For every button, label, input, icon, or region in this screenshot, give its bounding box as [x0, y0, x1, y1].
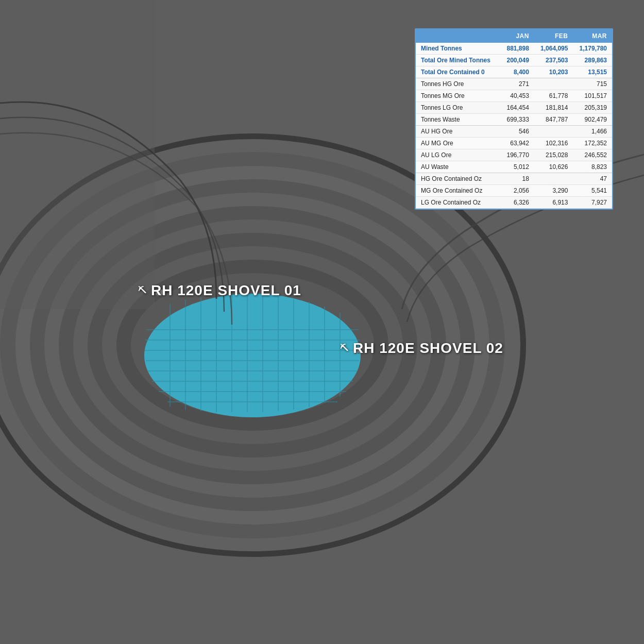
row-jan: 164,454 [501, 102, 534, 114]
row-label: AU LG Ore [416, 149, 501, 161]
table-row: AU Waste5,01210,6268,823 [416, 161, 612, 173]
table-row: Total Ore Mined Tonnes200,049237,503289,… [416, 55, 612, 66]
row-jan: 8,400 [501, 66, 534, 78]
row-feb [534, 126, 573, 138]
row-feb: 10,203 [534, 66, 573, 78]
row-jan: 546 [501, 126, 534, 138]
row-label: Tonnes MG Ore [416, 90, 501, 102]
row-feb: 6,913 [534, 197, 573, 209]
row-label: Tonnes HG Ore [416, 78, 501, 90]
svg-rect-41 [0, 0, 155, 309]
table-row: Total Ore Contained 08,40010,20313,515 [416, 66, 612, 78]
shovel-2-icon: ⛏ [340, 344, 349, 353]
row-feb [534, 78, 573, 90]
row-label: Total Ore Contained 0 [416, 66, 501, 78]
row-mar: 5,541 [573, 185, 612, 197]
row-mar: 205,319 [573, 102, 612, 114]
table-row: LG Ore Contained Oz6,3266,9137,927 [416, 197, 612, 209]
row-jan: 40,453 [501, 90, 534, 102]
table-row: Mined Tonnes881,8981,064,0951,179,780 [416, 43, 612, 55]
row-mar: 289,863 [573, 55, 612, 66]
header-jan: JAN [501, 29, 534, 43]
row-mar: 172,352 [573, 138, 612, 149]
data-table-container: JAN FEB MAR Mined Tonnes881,8981,064,095… [415, 28, 613, 210]
row-jan: 196,770 [501, 149, 534, 161]
table-row: Tonnes LG Ore164,454181,814205,319 [416, 102, 612, 114]
row-mar: 8,823 [573, 161, 612, 173]
row-jan: 699,333 [501, 114, 534, 126]
row-label: AU Waste [416, 161, 501, 173]
row-label: MG Ore Contained Oz [416, 185, 501, 197]
row-jan: 200,049 [501, 55, 534, 66]
table-row: AU MG Ore63,942102,316172,352 [416, 138, 612, 149]
row-label: Mined Tonnes [416, 43, 501, 55]
table-row: AU HG Ore5461,466 [416, 126, 612, 138]
shovel-2-text: RH 120E SHOVEL 02 [353, 340, 503, 357]
row-label: AU MG Ore [416, 138, 501, 149]
row-feb: 181,814 [534, 102, 573, 114]
svg-point-20 [144, 294, 361, 417]
row-feb: 61,778 [534, 90, 573, 102]
table-row: Tonnes MG Ore40,45361,778101,517 [416, 90, 612, 102]
row-feb: 847,787 [534, 114, 573, 126]
row-feb: 1,064,095 [534, 43, 573, 55]
row-mar: 715 [573, 78, 612, 90]
table-row: Tonnes Waste699,333847,787902,479 [416, 114, 612, 126]
row-mar: 7,927 [573, 197, 612, 209]
row-label: Total Ore Mined Tonnes [416, 55, 501, 66]
shovel-1-text: RH 120E SHOVEL 01 [151, 282, 301, 299]
row-feb: 237,503 [534, 55, 573, 66]
row-mar: 47 [573, 173, 612, 185]
header-mar: MAR [573, 29, 612, 43]
table-row: HG Ore Contained Oz1847 [416, 173, 612, 185]
row-label: Tonnes Waste [416, 114, 501, 126]
row-jan: 6,326 [501, 197, 534, 209]
table-row: MG Ore Contained Oz2,0563,2905,541 [416, 185, 612, 197]
row-jan: 18 [501, 173, 534, 185]
row-mar: 246,552 [573, 149, 612, 161]
table-row: AU LG Ore196,770215,028246,552 [416, 149, 612, 161]
row-jan: 271 [501, 78, 534, 90]
row-mar: 1,466 [573, 126, 612, 138]
shovel-1-icon: ⛏ [138, 286, 147, 295]
row-label: AU HG Ore [416, 126, 501, 138]
shovel-label-1: ⛏ RH 120E SHOVEL 01 [138, 282, 301, 299]
row-feb: 102,316 [534, 138, 573, 149]
row-jan: 881,898 [501, 43, 534, 55]
row-mar: 902,479 [573, 114, 612, 126]
row-mar: 13,515 [573, 66, 612, 78]
row-feb [534, 173, 573, 185]
header-feb: FEB [534, 29, 573, 43]
row-mar: 1,179,780 [573, 43, 612, 55]
row-feb: 3,290 [534, 185, 573, 197]
data-table: JAN FEB MAR Mined Tonnes881,8981,064,095… [416, 29, 612, 209]
shovel-label-2: ⛏ RH 120E SHOVEL 02 [340, 340, 503, 357]
row-jan: 63,942 [501, 138, 534, 149]
table-header-row: JAN FEB MAR [416, 29, 612, 43]
table-row: Tonnes HG Ore271715 [416, 78, 612, 90]
row-jan: 2,056 [501, 185, 534, 197]
row-label: Tonnes LG Ore [416, 102, 501, 114]
row-mar: 101,517 [573, 90, 612, 102]
row-feb: 215,028 [534, 149, 573, 161]
header-label [416, 29, 501, 43]
row-label: HG Ore Contained Oz [416, 173, 501, 185]
row-label: LG Ore Contained Oz [416, 197, 501, 209]
row-jan: 5,012 [501, 161, 534, 173]
row-feb: 10,626 [534, 161, 573, 173]
